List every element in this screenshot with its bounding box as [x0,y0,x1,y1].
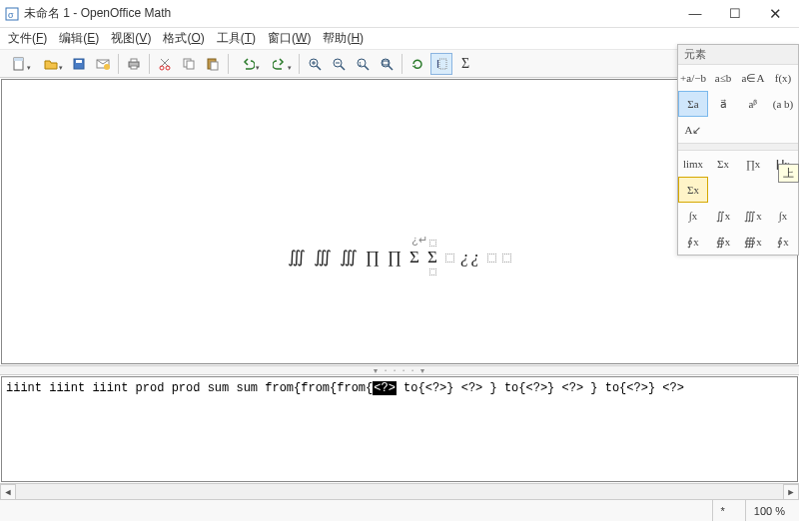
menu-file[interactable]: 文件(F) [4,28,51,49]
new-button[interactable] [4,53,34,75]
copy-button[interactable] [178,53,200,75]
placeholder-icon [445,254,454,263]
undo-button[interactable] [233,53,263,75]
separator [228,54,229,74]
svg-line-18 [317,66,321,70]
maximize-button[interactable]: ☐ [715,0,755,28]
svg-text:1: 1 [359,61,363,67]
scroll-right-icon[interactable]: ► [783,484,799,500]
menu-window[interactable]: 窗口(W) [264,28,315,49]
redo-button[interactable] [265,53,295,75]
title-bar: σ 未命名 1 - OpenOffice Math — ☐ ✕ [0,0,799,28]
menu-help[interactable]: 帮助(H) [319,28,368,49]
cat-empty [768,117,798,143]
separator [149,54,150,74]
elements-palette[interactable]: 元素 +a/−b a≤b a∈A f(x) Σa a⃗ aᵝ (a b) A↙ … [677,44,799,256]
placeholder-icon [502,254,511,263]
close-button[interactable]: ✕ [755,0,795,28]
window-title: 未命名 1 - OpenOffice Math [24,5,675,22]
op-int-fromto[interactable]: ∫x [768,203,798,229]
svg-line-28 [389,66,393,70]
palette-title: 元素 [678,45,798,65]
cat-unary[interactable]: +a/−b [678,65,708,91]
svg-line-22 [341,66,345,70]
print-button[interactable] [123,53,145,75]
tooltip: 上 [778,164,799,183]
status-bar: * 100 % [0,499,799,521]
op-oint-fromto[interactable]: ∮x [768,229,798,255]
grip-icon: ▾ ・・・・ ▾ [374,365,425,376]
zoom-in-button[interactable] [304,53,326,75]
separator [401,54,402,74]
svg-rect-14 [187,61,194,69]
cat-operators[interactable]: Σa [678,91,708,117]
svg-point-7 [104,64,110,70]
minimize-button[interactable]: — [675,0,715,28]
refresh-button[interactable] [406,53,428,75]
cat-others[interactable]: aᵝ [738,91,768,117]
menu-edit[interactable]: 编辑(E) [55,28,103,49]
cat-brackets[interactable]: (a b) [768,91,798,117]
op-oint[interactable]: ∮x [678,229,708,255]
palette-categories: +a/−b a≤b a∈A f(x) Σa a⃗ aᵝ (a b) A↙ [678,65,798,143]
scroll-track[interactable] [16,484,783,499]
svg-rect-9 [131,59,137,62]
placeholder-icon [487,254,496,263]
separator [299,54,300,74]
formula-cursor-button[interactable]: I [430,53,452,75]
cat-set[interactable]: a∈A [738,65,768,91]
pane-splitter[interactable]: ▾ ・・・・ ▾ [0,365,799,375]
svg-line-25 [365,66,369,70]
elements-button[interactable]: Σ [454,53,476,75]
svg-rect-10 [131,66,137,69]
menu-format[interactable]: 格式(O) [159,28,208,49]
op-oiint[interactable]: ∯x [708,229,738,255]
app-icon: σ [4,6,20,22]
op-sum[interactable]: Σx [708,151,738,177]
horizontal-scrollbar[interactable]: ◄ ► [0,483,799,499]
zoom-100-button[interactable]: 1 [352,53,374,75]
zoom-fit-button[interactable] [376,53,398,75]
menu-view[interactable]: 视图(V) [107,28,155,49]
op-iiint[interactable]: ∭x [738,203,768,229]
op-oiiint[interactable]: ∰x [738,229,768,255]
modified-indicator: * [712,500,733,521]
mail-button[interactable] [92,53,114,75]
svg-rect-31 [439,59,446,69]
svg-text:I: I [436,59,439,70]
cat-formats[interactable]: A↙ [678,117,708,143]
op-empty [708,177,738,203]
cat-empty [708,117,738,143]
cat-relations[interactable]: a≤b [708,65,738,91]
op-lim[interactable]: limx [678,151,708,177]
open-button[interactable] [36,53,66,75]
op-int[interactable]: ∫x [678,203,708,229]
op-prod[interactable]: ∏x [738,151,768,177]
cat-functions[interactable]: f(x) [768,65,798,91]
zoom-out-button[interactable] [328,53,350,75]
editor-selection: <?> [373,381,397,395]
cat-attributes[interactable]: a⃗ [708,91,738,117]
op-sum-fromto[interactable]: Σx [678,177,708,203]
rendered-formula: ∭ ∭ ∭ ∏ ∏ Σ Σ ¿¿ [288,247,511,267]
separator [118,54,119,74]
cut-button[interactable] [154,53,176,75]
save-button[interactable] [68,53,90,75]
op-empty [738,177,768,203]
palette-separator [678,143,798,151]
op-iint[interactable]: ∬x [708,203,738,229]
svg-rect-29 [383,61,389,65]
svg-rect-3 [14,58,23,61]
command-editor[interactable]: iiint iiint iiint prod prod sum sum from… [1,376,798,482]
svg-rect-5 [76,60,82,63]
paste-button[interactable] [202,53,224,75]
svg-text:σ: σ [8,10,14,20]
scroll-left-icon[interactable]: ◄ [0,484,16,500]
line-break-marker: ¿↵ [411,234,427,247]
svg-rect-16 [211,62,218,70]
cat-empty [738,117,768,143]
zoom-level[interactable]: 100 % [745,500,793,521]
menu-tools[interactable]: 工具(T) [213,28,260,49]
